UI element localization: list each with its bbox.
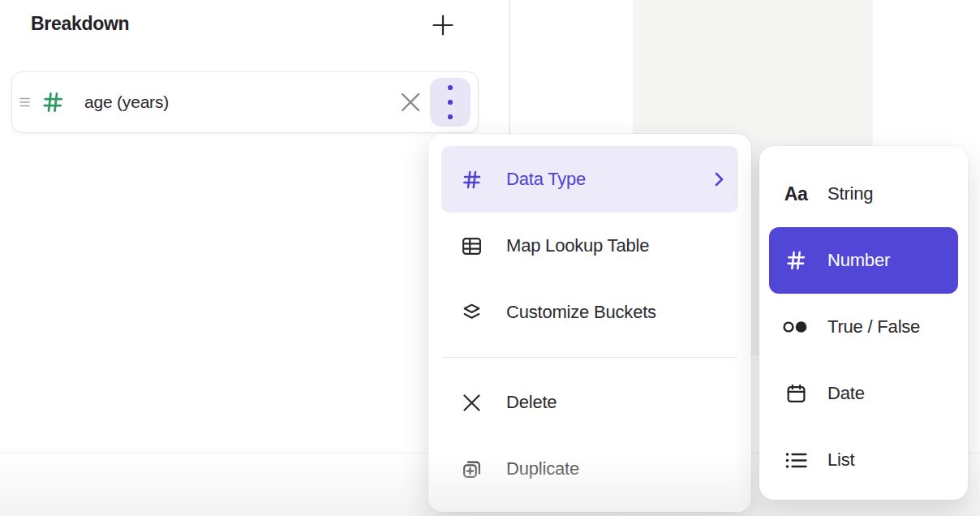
hash-icon <box>782 249 810 272</box>
menu-item-data-type[interactable]: Data Type <box>441 146 738 213</box>
data-type-submenu: Aa String Number True / False <box>759 146 968 500</box>
drag-handle-icon[interactable] <box>19 97 30 108</box>
app-canvas: Breakdown age (years) <box>0 0 980 516</box>
field-options-button[interactable] <box>430 78 471 127</box>
menu-item-delete[interactable]: Delete <box>441 369 738 436</box>
submenu-item-date[interactable]: Date <box>769 360 958 427</box>
Aa-icon: Aa <box>782 183 810 205</box>
submenu-item-label: List <box>827 449 854 471</box>
submenu-item-list[interactable]: List <box>769 427 958 493</box>
x-icon <box>459 393 484 412</box>
breakdown-section-title: Breakdown <box>31 13 129 35</box>
menu-item-label: Data Type <box>506 169 586 190</box>
field-name-label: age (years) <box>84 92 169 112</box>
number-type-icon <box>41 90 65 114</box>
submenu-item-true-false[interactable]: True / False <box>769 294 958 360</box>
calendar-icon <box>782 383 810 405</box>
stack-icon <box>459 302 484 324</box>
submenu-item-label: Number <box>827 250 890 271</box>
submenu-item-label: String <box>827 183 873 204</box>
copy-plus-icon <box>459 458 484 480</box>
list-icon <box>782 450 810 471</box>
circles-icon <box>782 316 810 338</box>
remove-field-button[interactable] <box>396 88 425 117</box>
submenu-item-label: Date <box>827 383 865 404</box>
menu-item-label: Duplicate <box>506 458 579 479</box>
table-icon <box>459 235 484 257</box>
menu-item-map-lookup-table[interactable]: Map Lookup Table <box>441 213 738 279</box>
menu-item-label: Delete <box>506 392 557 413</box>
plus-icon <box>431 13 455 37</box>
field-options-menu: Data Type Map Lookup Table <box>428 134 751 512</box>
chevron-right-icon <box>715 172 724 187</box>
submenu-item-label: True / False <box>827 316 920 338</box>
submenu-item-number[interactable]: Number <box>769 227 958 294</box>
menu-item-label: Map Lookup Table <box>506 235 649 256</box>
menu-item-duplicate[interactable]: Duplicate <box>441 436 738 502</box>
hash-icon <box>459 169 484 191</box>
menu-item-label: Customize Buckets <box>506 302 656 323</box>
close-icon <box>400 92 421 113</box>
submenu-item-string[interactable]: Aa String <box>769 161 958 227</box>
menu-divider <box>442 357 737 358</box>
breakdown-field-row[interactable]: age (years) <box>11 71 479 133</box>
add-breakdown-button[interactable] <box>427 9 459 41</box>
menu-item-customize-buckets[interactable]: Customize Buckets <box>441 279 738 346</box>
kebab-menu-icon <box>447 84 453 120</box>
